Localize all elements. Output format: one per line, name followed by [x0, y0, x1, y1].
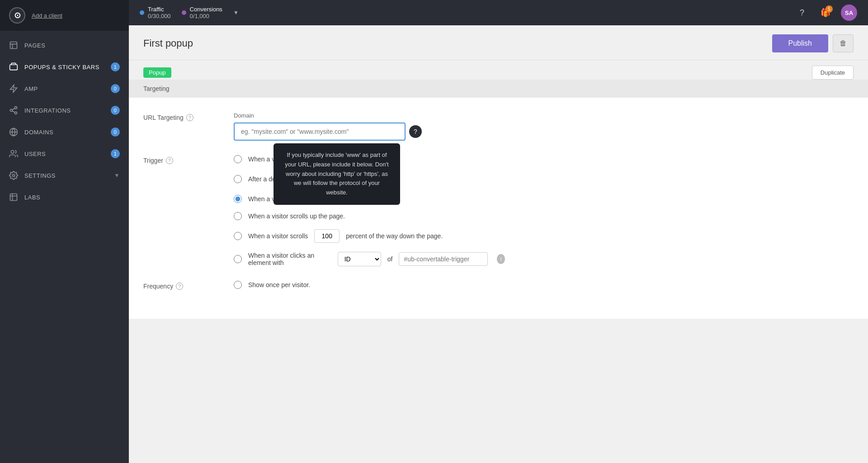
trigger-delay-radio[interactable]: [234, 175, 242, 183]
frequency-once[interactable]: Show once per visitor.: [234, 281, 505, 289]
trigger-row: Trigger ? When a visitor arrives on the …: [143, 155, 854, 266]
targeting-body: URL Targeting ? Domain ? If you typicall…: [129, 98, 868, 319]
trigger-help[interactable]: ?: [166, 157, 173, 164]
url-targeting-content: Domain ? If you typically include 'www' …: [234, 112, 505, 141]
trigger-scrollup-label: When a visitor scrolls up the page.: [248, 213, 345, 220]
domain-label: Domain: [234, 112, 505, 119]
sidebar-item-popups[interactable]: POPUPS & STICKY BARS 1: [0, 56, 129, 78]
main-content: Targeting URL Targeting ? Domain ?: [129, 80, 868, 319]
svg-point-5: [15, 107, 17, 109]
domains-label: DOMAINS: [24, 129, 53, 136]
trigger-scrollpct-post: percent of the way down the page.: [346, 232, 443, 240]
traffic-metric: Traffic 0/30,000: [140, 6, 171, 19]
metrics-chevron[interactable]: ▼: [233, 9, 239, 16]
page-header: First popup Publish 🗑: [129, 25, 868, 60]
topbar: Traffic 0/30,000 Conversions 0/1,000 ▼ ?…: [129, 0, 868, 25]
svg-line-8: [12, 111, 15, 112]
svg-line-9: [12, 108, 15, 109]
url-targeting-label: URL Targeting ?: [143, 112, 216, 121]
trigger-exit-radio[interactable]: [234, 195, 242, 203]
users-badge: 1: [111, 149, 120, 158]
sidebar-item-amp[interactable]: AMP 0: [0, 78, 129, 99]
trigger-scrollpct-pre: When a visitor scrolls: [248, 232, 308, 240]
trigger-scrollup[interactable]: When a visitor scrolls up the page.: [234, 212, 505, 220]
tab-bar: Popup Duplicate: [129, 60, 868, 80]
svg-point-12: [11, 151, 14, 154]
app-logo[interactable]: ⊙: [9, 7, 25, 24]
trigger-scrollpct-input[interactable]: [314, 229, 340, 243]
content-area: First popup Publish 🗑 Popup Duplicate Ta…: [129, 25, 868, 463]
trigger-clickelement[interactable]: When a visitor clicks an element with ID…: [234, 252, 505, 266]
add-client-link[interactable]: Add a client: [32, 12, 62, 19]
publish-button[interactable]: Publish: [772, 34, 828, 52]
trash-button[interactable]: 🗑: [833, 34, 854, 52]
sidebar-item-settings[interactable]: SETTINGS ▼: [0, 165, 129, 186]
settings-label: SETTINGS: [24, 172, 56, 179]
trigger-scrollpct[interactable]: When a visitor scrolls percent of the wa…: [234, 229, 505, 243]
domain-input[interactable]: [234, 123, 406, 141]
sidebar: ⊙ Add a client PAGES POPUPS & STICKY BAR…: [0, 0, 129, 463]
frequency-once-radio[interactable]: [234, 281, 242, 289]
user-avatar[interactable]: SA: [841, 5, 857, 21]
url-targeting-help[interactable]: ?: [186, 114, 193, 121]
integrations-badge: 0: [111, 106, 120, 115]
targeting-section-header: Targeting: [129, 80, 868, 98]
svg-point-7: [15, 112, 17, 114]
sidebar-item-labs[interactable]: LABS: [0, 186, 129, 208]
main-wrapper: Traffic 0/30,000 Conversions 0/1,000 ▼ ?…: [129, 0, 868, 463]
svg-marker-4: [10, 85, 17, 93]
url-targeting-row: URL Targeting ? Domain ? If you typicall…: [143, 112, 854, 141]
frequency-label: Frequency ?: [143, 281, 216, 290]
trigger-clickelement-of: of: [387, 255, 393, 263]
svg-rect-3: [10, 65, 18, 70]
trigger-clickelement-radio[interactable]: [234, 255, 242, 263]
header-actions: Publish 🗑: [772, 34, 854, 52]
frequency-row: Frequency ? Show once per visitor.: [143, 281, 854, 290]
amp-icon: [9, 84, 18, 93]
element-info-icon[interactable]: i: [497, 254, 505, 264]
svg-point-6: [10, 109, 13, 112]
trigger-arrives-radio[interactable]: [234, 155, 242, 163]
labs-icon: [9, 193, 18, 202]
frequency-once-label: Show once per visitor.: [248, 281, 310, 288]
pages-icon: [9, 41, 18, 50]
gift-button[interactable]: 🎁 5: [817, 5, 834, 21]
trigger-scrollup-radio[interactable]: [234, 212, 242, 220]
popups-label: POPUPS & STICKY BARS: [24, 64, 99, 71]
settings-arrow: ▼: [114, 172, 120, 179]
domains-icon: [9, 128, 18, 137]
settings-icon: [9, 171, 18, 180]
duplicate-button[interactable]: Duplicate: [812, 66, 854, 80]
integrations-icon: [9, 106, 18, 115]
trigger-scrollpct-radio[interactable]: [234, 232, 242, 240]
trigger-element-id-input[interactable]: [399, 252, 488, 266]
popups-badge: 1: [111, 62, 120, 71]
sidebar-nav: PAGES POPUPS & STICKY BARS 1 AMP 0 INTEG…: [0, 31, 129, 463]
domain-tooltip-trigger[interactable]: ? If you typically include 'www' as part…: [409, 125, 422, 138]
conversions-metric: Conversions 0/1,000: [182, 6, 222, 19]
sidebar-item-domains[interactable]: DOMAINS 0: [0, 121, 129, 143]
frequency-content: Show once per visitor.: [234, 281, 505, 289]
sidebar-item-integrations[interactable]: INTEGRATIONS 0: [0, 99, 129, 121]
pages-label: PAGES: [24, 42, 45, 49]
help-button[interactable]: ?: [794, 5, 810, 21]
labs-label: LABS: [24, 194, 40, 201]
users-icon: [9, 149, 18, 158]
integrations-label: INTEGRATIONS: [24, 107, 71, 114]
users-label: USERS: [24, 151, 46, 157]
amp-label: AMP: [24, 85, 38, 92]
traffic-dot: [140, 10, 144, 15]
amp-badge: 0: [111, 84, 120, 93]
trigger-element-select[interactable]: ID Class: [338, 252, 381, 266]
conversions-label: Conversions: [190, 6, 222, 13]
conversions-dot: [182, 10, 186, 15]
popup-tag: Popup: [143, 67, 171, 78]
trigger-label: Trigger ?: [143, 155, 216, 164]
frequency-help[interactable]: ?: [176, 283, 183, 290]
page-title: First popup: [143, 38, 193, 49]
sidebar-item-pages[interactable]: PAGES: [0, 34, 129, 56]
sidebar-header: ⊙ Add a client: [0, 0, 129, 31]
domain-input-wrapper: ? If you typically include 'www' as part…: [234, 123, 505, 141]
sidebar-item-users[interactable]: USERS 1: [0, 143, 129, 165]
trash-icon: 🗑: [840, 39, 847, 47]
